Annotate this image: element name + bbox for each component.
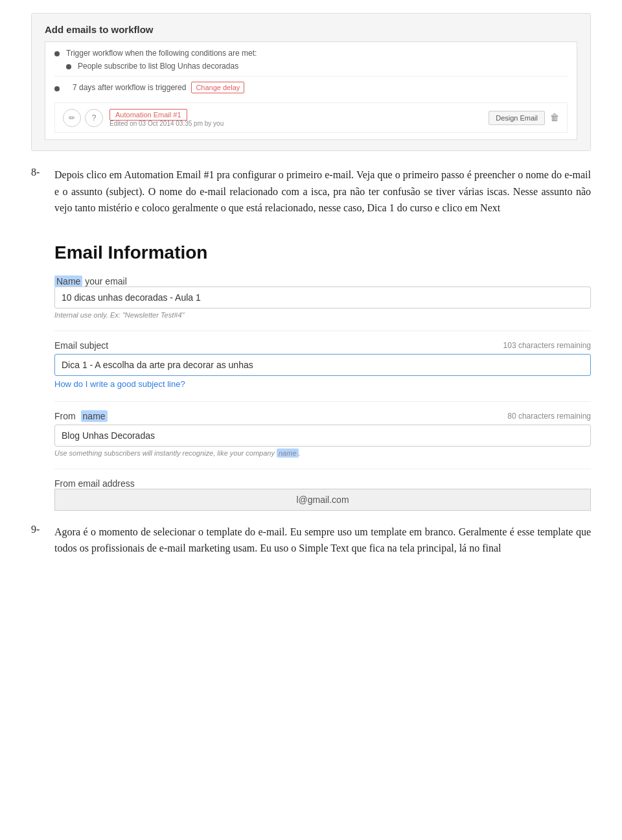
email-actions: Design Email 🗑 <box>489 111 559 125</box>
email-info-title: Email Information <box>54 242 591 263</box>
subject-link[interactable]: How do I write a good subject line? <box>54 379 185 389</box>
subject-input[interactable] <box>54 354 591 376</box>
bullet-dot-2 <box>66 64 71 69</box>
pencil-icon: ✏ <box>63 109 81 127</box>
step-8-wrapper: 8- Depois clico em Automation Email #1 p… <box>31 167 591 229</box>
from-name-label-highlight: name <box>81 410 108 422</box>
divider-3 <box>54 469 591 469</box>
step-9-wrapper: 9- Agora é o momento de selecionar o tem… <box>31 524 591 557</box>
step-8-text: Depois clico em Automation Email #1 pra … <box>54 167 591 216</box>
name-form-group: Name your email Internal use only. Ex: "… <box>54 276 591 319</box>
name-helper: Internal use only. Ex: "Newsletter Test#… <box>54 311 591 319</box>
screenshot-area: Add emails to workflow Trigger workflow … <box>31 13 591 151</box>
from-name-form-group: From name 80 characters remaining Use so… <box>54 411 591 457</box>
email-row: ✏ ? Automation Email #1 Edited on 03 Oct… <box>54 102 568 133</box>
name-label-highlight: Name <box>54 275 82 287</box>
bullet-text-1: Trigger workflow when the following cond… <box>66 49 257 58</box>
edited-text: Edited on 03 Oct 2014 03:35 pm by you <box>109 120 224 127</box>
delay-text: 7 days after workflow is triggered <box>73 83 186 92</box>
screenshot-content: Trigger workflow when the following cond… <box>45 41 577 140</box>
email-icons: ✏ ? <box>63 109 103 127</box>
change-delay-button[interactable]: Change delay <box>191 82 244 93</box>
from-email-form-group: From email address l@gmail.com <box>54 478 591 511</box>
name-input[interactable] <box>54 286 591 309</box>
from-name-label: From name <box>54 411 108 421</box>
step-9-text: Agora é o momento de selecionar o templa… <box>54 524 591 557</box>
screenshot-title: Add emails to workflow <box>45 24 577 35</box>
divider-1 <box>54 331 591 331</box>
from-name-helper: Use something subscribers will instantly… <box>54 449 591 457</box>
step-8-number: 8- <box>31 167 54 229</box>
trash-icon[interactable]: 🗑 <box>550 113 559 123</box>
subject-label: Email subject <box>54 340 108 351</box>
from-name-label-row: From name 80 characters remaining <box>54 411 591 421</box>
bullet-dot-1 <box>54 51 60 56</box>
subject-chars: 103 characters remaining <box>503 341 591 350</box>
page-wrapper: Add emails to workflow Trigger workflow … <box>0 13 622 593</box>
subject-form-group: Email subject 103 characters remaining H… <box>54 340 591 390</box>
automation-email-badge[interactable]: Automation Email #1 <box>109 109 187 121</box>
from-email-display: l@gmail.com <box>54 489 591 511</box>
step-9-number: 9- <box>31 524 54 557</box>
question-icon: ? <box>85 109 103 127</box>
from-name-helper-highlight: name <box>277 449 299 458</box>
from-name-chars: 80 characters remaining <box>507 412 591 421</box>
delay-bullet <box>54 86 60 91</box>
subject-label-row: Email subject 103 characters remaining <box>54 340 591 351</box>
divider-2 <box>54 401 591 402</box>
email-info-section: Email Information Name your email Intern… <box>54 242 591 511</box>
name-label-row: Name your email <box>54 276 591 286</box>
from-email-label: From email address <box>54 478 591 489</box>
name-label-after: your email <box>82 276 126 286</box>
email-row-left: ✏ ? Automation Email #1 Edited on 03 Oct… <box>63 108 224 127</box>
bullet-item-2: People subscribe to list Blog Unhas deco… <box>66 62 568 71</box>
email-info-block: Automation Email #1 Edited on 03 Oct 201… <box>109 108 224 127</box>
delay-row: 7 days after workflow is triggered Chang… <box>54 76 568 99</box>
bullet-item-1: Trigger workflow when the following cond… <box>54 49 568 58</box>
design-email-button[interactable]: Design Email <box>489 111 545 125</box>
from-name-input[interactable] <box>54 425 591 447</box>
bullet-text-2: People subscribe to list Blog Unhas deco… <box>78 62 238 71</box>
